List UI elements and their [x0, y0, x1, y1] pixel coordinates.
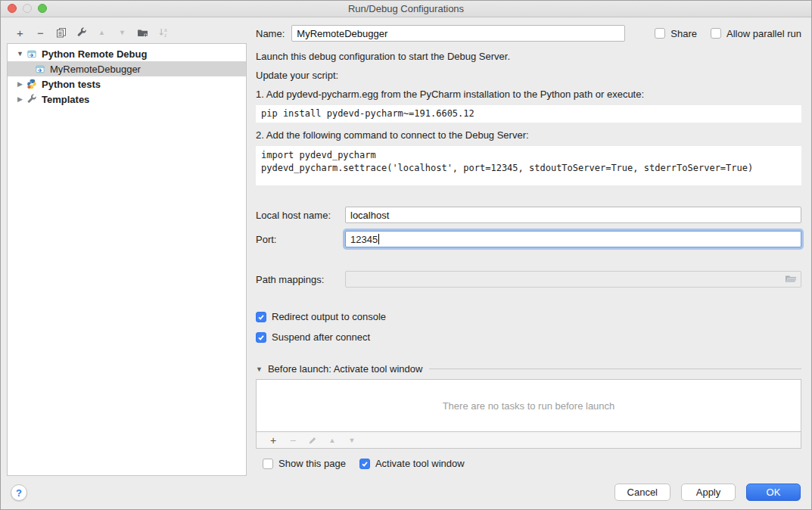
show-this-page-checkbox[interactable] [263, 459, 273, 469]
activate-tool-window-checkbox[interactable] [359, 459, 370, 469]
intro-text: Launch this debug configuration to start… [256, 51, 801, 63]
step2-text: 2. Add the following command to connect … [256, 129, 801, 141]
dialog-footer: ? Cancel Apply OK [1, 474, 811, 509]
collapse-arrow-icon[interactable]: ▶ [15, 80, 25, 88]
window-controls [8, 4, 47, 13]
suspend-after-connect-label: Suspend after connect [272, 331, 370, 343]
allow-parallel-run-checkbox[interactable] [711, 28, 721, 39]
collapse-arrow-icon[interactable]: ▶ [15, 95, 25, 103]
move-task-down-button: ▼ [342, 437, 362, 444]
configurations-toolbar: + − ▲ ▼ az [10, 23, 173, 42]
local-host-name-input[interactable] [345, 207, 801, 223]
help-question-icon: ? [16, 487, 22, 499]
edit-task-pencil-icon [303, 436, 322, 445]
allow-parallel-run-checkbox-pair[interactable]: Allow parallel run [711, 28, 801, 39]
run-debug-configurations-dialog: Run/Debug Configurations + − ▲ ▼ az ▼ Py… [0, 0, 812, 510]
configurations-tree: ▼ Python Remote Debug MyRemoteDebugger ▶… [7, 43, 247, 476]
allow-parallel-run-label: Allow parallel run [726, 28, 801, 39]
redirect-output-label: Redirect output to console [272, 311, 386, 322]
step1-text: 1. Add pydevd-pycharm.egg from the PyCha… [256, 89, 801, 101]
remove-task-button: − [283, 434, 303, 446]
update-script-text: Update your script: [256, 70, 801, 82]
remote-debug-icon [26, 48, 38, 59]
show-this-page-pair[interactable]: Show this page [263, 458, 346, 469]
port-label: Port: [256, 234, 345, 245]
python-tests-icon [26, 79, 38, 89]
ok-button[interactable]: OK [746, 484, 801, 501]
zoom-window-button[interactable] [38, 4, 47, 13]
tree-item-templates[interactable]: ▶ Templates [8, 92, 246, 107]
add-configuration-button[interactable]: + [10, 23, 30, 42]
before-launch-task-list[interactable]: There are no tasks to run before launch [256, 379, 801, 432]
move-task-up-button: ▲ [322, 437, 342, 444]
share-checkbox-pair[interactable]: Share [655, 28, 697, 39]
path-mappings-label: Path mappings: [256, 274, 345, 285]
templates-wrench-icon [26, 94, 38, 104]
copy-configuration-icon[interactable] [51, 23, 71, 42]
redirect-output-row[interactable]: Redirect output to console [256, 311, 801, 322]
browse-folder-icon[interactable] [785, 274, 797, 285]
remote-debug-icon [35, 64, 46, 74]
empty-task-message: There are no tasks to run before launch [443, 400, 615, 412]
code-line-import: import pydevd_pycharm [261, 149, 796, 162]
before-launch-title: Before launch: Activate tool window [268, 363, 423, 375]
path-mappings-input[interactable] [345, 271, 801, 288]
titlebar[interactable]: Run/Debug Configurations [1, 1, 811, 17]
task-list-toolbar: + − ▲ ▼ [256, 432, 801, 449]
before-launch-header[interactable]: ▼ Before launch: Activate tool window [256, 363, 801, 375]
sort-alphabetically-icon: az [153, 23, 173, 42]
configuration-form: Name: Share Allow parallel run Launch th… [256, 25, 801, 469]
share-label: Share [670, 28, 697, 39]
svg-text:z: z [164, 33, 166, 38]
tree-item-label: MyRemoteDebugger [50, 64, 141, 75]
remove-configuration-button[interactable]: − [30, 23, 51, 42]
help-button[interactable]: ? [11, 484, 27, 501]
suspend-after-connect-checkbox[interactable] [256, 332, 266, 343]
name-input[interactable] [291, 25, 625, 42]
activate-tool-window-label: Activate tool window [375, 458, 465, 469]
tree-item-label: Python tests [42, 79, 101, 90]
minimize-window-button [23, 4, 32, 13]
section-divider [429, 369, 801, 369]
tree-item-myremotedebugger[interactable]: MyRemoteDebugger [8, 61, 246, 76]
cancel-button[interactable]: Cancel [614, 484, 670, 501]
port-value: 12345 [350, 234, 378, 245]
name-label: Name: [256, 28, 285, 39]
tree-item-python-remote-debug[interactable]: ▼ Python Remote Debug [8, 46, 246, 61]
share-checkbox[interactable] [655, 28, 665, 39]
code-line-settrace: pydevd_pycharm.settrace('localhost', por… [261, 162, 796, 175]
port-input[interactable]: 12345 [345, 231, 801, 247]
settrace-code-block[interactable]: import pydevd_pycharm pydevd_pycharm.set… [256, 146, 801, 185]
expand-arrow-icon[interactable]: ▼ [15, 50, 25, 58]
move-down-button: ▼ [112, 23, 132, 42]
activate-tool-window-pair[interactable]: Activate tool window [359, 458, 465, 469]
show-this-page-label: Show this page [278, 458, 346, 469]
pip-install-command[interactable]: pip install pydevd-pycharm~=191.6605.12 [256, 105, 801, 123]
collapse-section-icon[interactable]: ▼ [256, 365, 263, 373]
redirect-output-checkbox[interactable] [256, 312, 266, 322]
local-host-name-label: Local host name: [256, 210, 345, 221]
new-folder-icon[interactable] [132, 23, 153, 42]
tree-item-label: Python Remote Debug [42, 48, 147, 60]
edit-templates-wrench-icon[interactable] [71, 23, 92, 42]
add-task-button[interactable]: + [263, 434, 283, 446]
window-title: Run/Debug Configurations [1, 3, 811, 14]
suspend-after-connect-row[interactable]: Suspend after connect [256, 331, 801, 343]
text-caret [378, 234, 379, 244]
tree-item-python-tests[interactable]: ▶ Python tests [8, 76, 246, 92]
apply-button[interactable]: Apply [681, 484, 736, 501]
close-window-button[interactable] [8, 4, 17, 13]
tree-item-label: Templates [42, 94, 89, 105]
move-up-button: ▲ [92, 23, 112, 42]
